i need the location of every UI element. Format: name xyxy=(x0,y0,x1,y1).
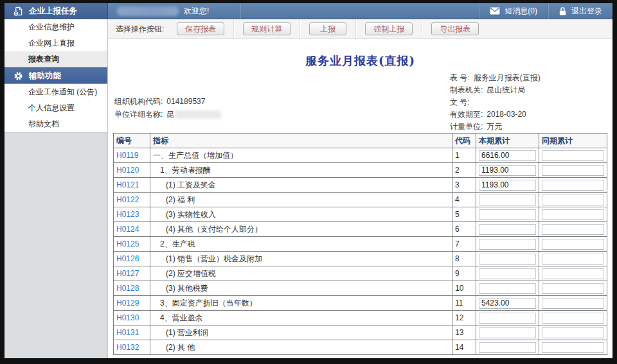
sidebar-filler xyxy=(4,132,107,358)
current-period-input[interactable] xyxy=(479,239,536,250)
row-id-link[interactable]: H0127 xyxy=(116,269,139,278)
save-report-button[interactable]: 保存报表 xyxy=(177,22,224,35)
row-indicator: 3、固定资产折旧（当年数） xyxy=(153,299,257,308)
row-indicator: (1) 销售（营业）税金及附加 xyxy=(153,254,262,263)
row-code: 6 xyxy=(452,222,476,237)
current-period-input[interactable] xyxy=(479,150,536,161)
current-period-input[interactable] xyxy=(479,342,536,353)
prior-period-input[interactable] xyxy=(542,224,604,235)
sidebar-item-enterprise-info[interactable]: 企业信息维护 xyxy=(4,19,107,35)
org-code-label: 组织机构代码: xyxy=(114,95,163,108)
current-period-input[interactable] xyxy=(479,327,536,338)
row-indicator: (3) 实物性收入 xyxy=(153,210,216,219)
header-indicator: 指标 xyxy=(150,134,452,148)
row-indicator: 4、营业盈余 xyxy=(153,313,203,322)
current-period-input[interactable] xyxy=(479,180,536,191)
unit-name-value: 昆 xyxy=(166,108,174,121)
meta-value: 万元 xyxy=(487,122,502,131)
report-content: 服务业月报表(直报) 表 号:服务业月报表(直报) 制表机关:昆山统计局 文 号… xyxy=(108,39,613,358)
row-code: 10 xyxy=(452,281,476,296)
table-row: H0123 (3) 实物性收入 5 xyxy=(114,207,607,222)
table-row: H0127 (2) 应交增值税 9 xyxy=(114,266,607,281)
row-id-link[interactable]: H0129 xyxy=(116,299,139,308)
sidebar-item-help-docs[interactable]: 帮助文档 xyxy=(4,116,107,132)
prior-period-input[interactable] xyxy=(542,195,604,205)
toolbar-divider xyxy=(300,19,300,39)
sidebar-section-aux-functions[interactable]: 辅助功能 xyxy=(4,67,107,84)
row-code: 12 xyxy=(452,311,476,325)
table-row: H0126 (1) 销售（营业）税金及附加 8 xyxy=(114,252,607,266)
row-code: 4 xyxy=(452,193,476,207)
table-row: H0128 (3) 其他税费 10 xyxy=(114,281,607,296)
prior-period-input[interactable] xyxy=(542,239,604,250)
row-id-link[interactable]: H0123 xyxy=(116,210,139,219)
row-id-link[interactable]: H0125 xyxy=(116,239,139,248)
force-submit-button[interactable]: 强制上报 xyxy=(365,22,413,35)
row-code: 8 xyxy=(452,252,476,266)
sidebar-item-work-notice[interactable]: 企业工作通知 (公告) xyxy=(4,84,107,100)
top-bar: 企业上报任务 欢迎您! 短消息(0) xyxy=(4,3,613,19)
row-id-link[interactable]: H0122 xyxy=(116,195,139,204)
row-id-link[interactable]: H0126 xyxy=(116,254,139,263)
section-title: 辅助功能 xyxy=(29,71,61,82)
header-id: 编号 xyxy=(114,134,150,148)
current-period-input[interactable] xyxy=(479,165,536,176)
row-code: 1 xyxy=(452,148,476,163)
report-title: 服务业月报表(直报) xyxy=(108,53,613,69)
prior-period-input[interactable] xyxy=(542,268,604,279)
current-period-input[interactable] xyxy=(479,224,536,235)
row-id-link[interactable]: H0128 xyxy=(116,284,139,293)
app-window: 企业上报任务 欢迎您! 短消息(0) xyxy=(4,3,613,358)
logout-button[interactable]: 退出登录 xyxy=(548,3,613,19)
sidebar: 企业信息维护 企业网上直报 报表查询 辅助功能 企业工作通知 (公告) 个人信息… xyxy=(4,19,108,358)
prior-period-input[interactable] xyxy=(542,150,604,161)
row-code: 11 xyxy=(452,296,476,311)
table-row: H0130 4、营业盈余 12 xyxy=(114,311,607,325)
row-indicator: (2) 其 他 xyxy=(153,343,195,352)
prior-period-input[interactable] xyxy=(542,165,604,176)
prior-period-input[interactable] xyxy=(542,180,604,191)
messages-label: 短消息(0) xyxy=(505,6,537,17)
current-period-input[interactable] xyxy=(479,268,536,279)
section-title: 企业上报任务 xyxy=(29,6,77,17)
report-table-body: H0119 一、生产总值（增加值） 1 H0120 1、劳动者报酬 2 H012… xyxy=(114,148,607,355)
table-row: H0132 (2) 其 他 14 xyxy=(114,340,607,355)
sidebar-section-enterprise-tasks[interactable]: 企业上报任务 xyxy=(4,3,108,19)
current-period-input[interactable] xyxy=(479,298,536,309)
current-period-input[interactable] xyxy=(479,283,536,294)
row-id-link[interactable]: H0120 xyxy=(116,166,139,175)
prior-period-input[interactable] xyxy=(542,313,604,324)
prior-period-input[interactable] xyxy=(542,327,604,338)
sidebar-item-online-report[interactable]: 企业网上直报 xyxy=(4,35,107,51)
row-id-link[interactable]: H0130 xyxy=(116,313,139,322)
report-meta-left: 组织机构代码: 014189537 单位详细名称: 昆 xyxy=(114,95,221,121)
current-period-input[interactable] xyxy=(479,254,536,264)
meta-label: 制表机关: xyxy=(450,85,483,94)
table-row: H0125 2、生产税 7 xyxy=(114,237,607,252)
prior-period-input[interactable] xyxy=(542,283,604,294)
export-report-button[interactable]: 导出报表 xyxy=(431,22,479,35)
prior-period-input[interactable] xyxy=(542,209,604,220)
row-code: 13 xyxy=(452,325,476,340)
row-id-link[interactable]: H0124 xyxy=(116,225,139,234)
row-code: 2 xyxy=(452,163,476,178)
row-id-link[interactable]: H0121 xyxy=(116,180,139,189)
row-id-link[interactable]: H0131 xyxy=(116,328,139,337)
sidebar-item-report-query[interactable]: 报表查询 xyxy=(4,51,107,67)
row-code: 3 xyxy=(452,178,476,193)
sidebar-item-personal-settings[interactable]: 个人信息设置 xyxy=(4,100,107,116)
rule-calc-button[interactable]: 规则计算 xyxy=(243,22,291,35)
messages-button[interactable]: 短消息(0) xyxy=(479,3,548,19)
current-period-input[interactable] xyxy=(479,313,536,324)
row-id-link[interactable]: H0132 xyxy=(116,343,139,352)
row-id-link[interactable]: H0119 xyxy=(116,151,138,160)
prior-period-input[interactable] xyxy=(542,254,604,264)
row-indicator: (1) 工资及奖金 xyxy=(153,180,216,189)
submit-button[interactable]: 上报 xyxy=(309,22,346,35)
prior-period-input[interactable] xyxy=(542,298,604,309)
current-period-input[interactable] xyxy=(479,209,536,220)
current-period-input[interactable] xyxy=(479,195,536,205)
prior-period-input[interactable] xyxy=(542,342,604,353)
logout-label: 退出登录 xyxy=(571,6,602,17)
top-bar-right: 欢迎您! 短消息(0) xyxy=(108,3,613,19)
